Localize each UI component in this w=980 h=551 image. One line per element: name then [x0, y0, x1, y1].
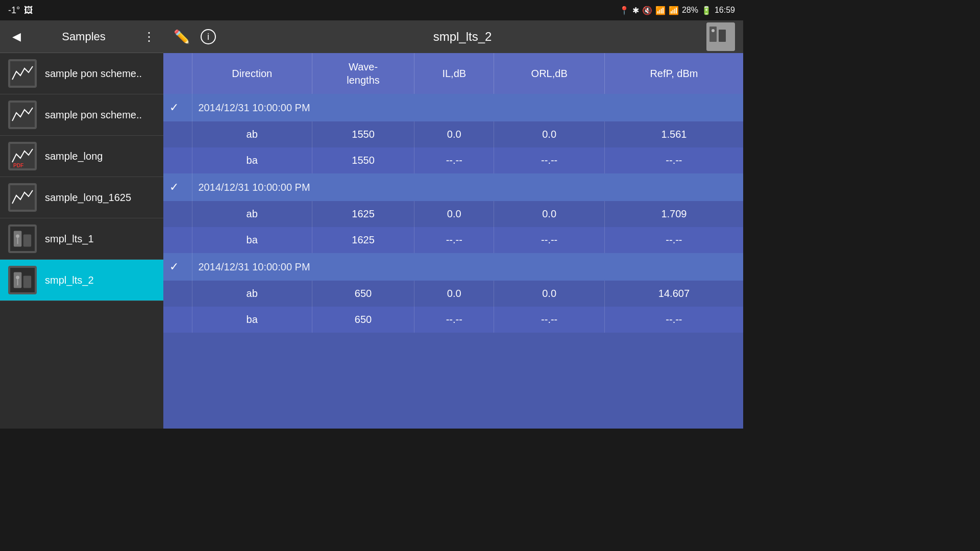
item-icon [8, 224, 37, 253]
list-item[interactable]: sample pon scheme.. [0, 94, 163, 136]
chevron-down-icon: ✓ [169, 101, 179, 114]
info-button[interactable]: i [198, 27, 218, 47]
direction: ba [192, 307, 312, 333]
chevron-cell[interactable]: ✓ [163, 253, 192, 281]
temperature: -1° [8, 5, 20, 16]
il-value: 0.0 [414, 281, 494, 307]
direction: ba [192, 227, 312, 253]
time: 16:59 [715, 6, 735, 15]
wavelength: 650 [312, 281, 414, 307]
row-empty [163, 281, 192, 307]
edit-button[interactable]: ✏️ [172, 27, 192, 47]
wavelength: 1550 [312, 147, 414, 173]
svg-text:PDF: PDF [13, 163, 23, 168]
col-header-orl: ORL,dB [494, 53, 604, 94]
page-title: smpl_lts_2 [227, 30, 698, 44]
list-item[interactable]: smpl_lts_1 [0, 218, 163, 260]
table-row: ba 1550 --.-- --.-- --.-- [163, 147, 743, 173]
orl-value: 0.0 [494, 201, 604, 227]
table-row: ba 1625 --.-- --.-- --.-- [163, 227, 743, 253]
svg-rect-12 [23, 276, 31, 288]
samples-list: sample pon scheme.. sample pon scheme.. [0, 53, 163, 429]
battery-icon: 🔋 [701, 6, 712, 15]
table-row: ab 1550 0.0 0.0 1.561 [163, 121, 743, 147]
location-icon: 📍 [619, 6, 629, 15]
left-header: ◀ Samples ⋮ [0, 20, 163, 53]
chevron-down-icon: ✓ [169, 260, 179, 273]
info-icon: i [201, 29, 216, 44]
list-item[interactable]: sample_long_1625 [0, 177, 163, 218]
status-left: -1° 🖼 [8, 5, 33, 16]
list-item[interactable]: PDF sample_long [0, 136, 163, 177]
data-table-container: Direction Wave-lengths IL,dB ORL,dB RefP… [163, 53, 743, 429]
item-icon: PDF [8, 142, 37, 170]
refp-value: --.-- [604, 227, 743, 253]
refp-value: 14.607 [604, 281, 743, 307]
mute-icon: 🔇 [642, 6, 652, 15]
item-label: sample pon scheme.. [45, 68, 142, 80]
list-item[interactable]: sample pon scheme.. [0, 53, 163, 94]
chevron-cell[interactable]: ✓ [163, 94, 192, 121]
row-empty [163, 121, 192, 147]
table-row[interactable]: ✓ 2014/12/31 10:00:00 PM [163, 253, 743, 281]
refp-value: --.-- [604, 307, 743, 333]
refp-value: --.-- [604, 147, 743, 173]
thumbnail [706, 22, 735, 51]
item-icon [8, 266, 37, 294]
wavelength: 1625 [312, 227, 414, 253]
svg-rect-17 [719, 30, 726, 42]
table-row[interactable]: ✓ 2014/12/31 10:00:00 PM [163, 173, 743, 201]
direction: ba [192, 147, 312, 173]
table-header-row: Direction Wave-lengths IL,dB ORL,dB RefP… [163, 53, 743, 94]
col-header-direction: Direction [192, 53, 312, 94]
svg-rect-16 [709, 27, 717, 42]
il-value: --.-- [414, 147, 494, 173]
refp-value: 1.709 [604, 201, 743, 227]
battery-percent: 28% [682, 6, 698, 15]
main-container: ◀ Samples ⋮ sample pon scheme.. [0, 20, 743, 429]
svg-point-13 [16, 276, 19, 279]
table-row: ab 650 0.0 0.0 14.607 [163, 281, 743, 307]
item-label: smpl_lts_1 [45, 233, 94, 245]
row-empty [163, 147, 192, 173]
col-header-refp: RefP, dBm [604, 53, 743, 94]
right-header: ✏️ i smpl_lts_2 [163, 20, 743, 53]
direction: ab [192, 281, 312, 307]
il-value: 0.0 [414, 121, 494, 147]
il-value: --.-- [414, 307, 494, 333]
back-button[interactable]: ◀ [6, 27, 27, 47]
col-header-wavelengths: Wave-lengths [312, 53, 414, 94]
item-label: sample_long [45, 151, 103, 162]
table-row: ab 1625 0.0 0.0 1.709 [163, 201, 743, 227]
col-header-il: IL,dB [414, 53, 494, 94]
data-table: Direction Wave-lengths IL,dB ORL,dB RefP… [163, 53, 743, 333]
item-icon [8, 183, 37, 212]
bluetooth-icon: ✱ [632, 6, 639, 15]
chevron-cell[interactable]: ✓ [163, 173, 192, 201]
menu-button[interactable]: ⋮ [141, 29, 157, 45]
orl-value: --.-- [494, 147, 604, 173]
item-label: smpl_lts_2 [45, 274, 94, 286]
header-icons: ✏️ i [172, 27, 218, 47]
table-row[interactable]: ✓ 2014/12/31 10:00:00 PM [163, 94, 743, 121]
group-timestamp: 2014/12/31 10:00:00 PM [192, 173, 743, 201]
orl-value: 0.0 [494, 121, 604, 147]
item-icon [8, 101, 37, 129]
right-panel: ✏️ i smpl_lts_2 [163, 20, 743, 429]
row-empty [163, 201, 192, 227]
svg-rect-7 [23, 234, 31, 246]
chevron-down-icon: ✓ [169, 181, 179, 193]
wavelength: 1550 [312, 121, 414, 147]
orl-value: 0.0 [494, 281, 604, 307]
orl-value: --.-- [494, 307, 604, 333]
list-item-active[interactable]: smpl_lts_2 [0, 260, 163, 301]
direction: ab [192, 201, 312, 227]
wavelength: 1625 [312, 201, 414, 227]
svg-rect-4 [10, 185, 35, 210]
left-panel: ◀ Samples ⋮ sample pon scheme.. [0, 20, 163, 429]
samples-title: Samples [33, 30, 135, 43]
item-label: sample_long_1625 [45, 192, 131, 204]
direction: ab [192, 121, 312, 147]
group-timestamp: 2014/12/31 10:00:00 PM [192, 253, 743, 281]
wavelength: 650 [312, 307, 414, 333]
